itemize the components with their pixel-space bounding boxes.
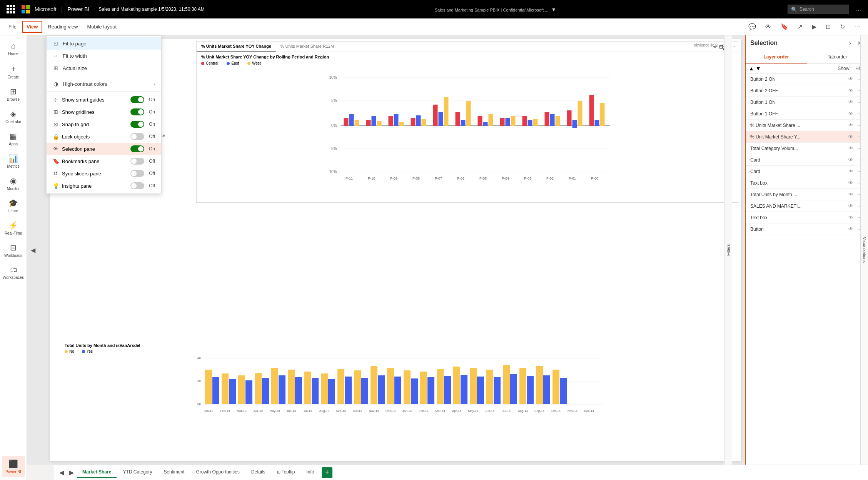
layer-visibility-btn[interactable]: 👁 xyxy=(847,180,855,186)
nav-workspaces[interactable]: 🗂 Workspaces xyxy=(2,262,25,283)
nav-workloads[interactable]: ⊟ Workloads xyxy=(2,240,25,261)
layer-visibility-btn[interactable]: 👁 xyxy=(847,76,855,82)
menu-item-fit-to-width[interactable]: ↔ Fit to width xyxy=(47,50,161,62)
layer-item[interactable]: Button 1 OFF 👁 ⋯ xyxy=(746,108,868,120)
lock-toggle[interactable] xyxy=(130,133,144,140)
layer-down-btn[interactable]: ▼ xyxy=(756,65,761,72)
menu-item-high-contrast[interactable]: ◑ High-contrast colors › xyxy=(47,78,161,90)
layer-item[interactable]: % Units Market Share ... 👁 ⋯ xyxy=(746,120,868,131)
smart-guides-toggle[interactable] xyxy=(130,96,144,103)
share-icon-btn[interactable]: ↗ xyxy=(795,22,806,32)
brand-name: Microsoft xyxy=(35,6,57,12)
chart-tab-r12m[interactable]: % Units Market Share R12M xyxy=(276,42,339,52)
layer-item[interactable]: SALES AND MARKETI... 👁 ⋯ xyxy=(746,200,868,212)
gridlines-toggle[interactable] xyxy=(130,108,144,115)
insights-toggle[interactable] xyxy=(130,182,144,189)
layer-item[interactable]: % Unit Market Share Y... 👁 ⋯ xyxy=(746,131,868,143)
layer-name: Text box xyxy=(750,180,845,186)
nav-learn[interactable]: 🎓 Learn xyxy=(2,195,25,216)
page-tab[interactable]: YTD Category xyxy=(117,467,157,478)
panel-expand-btn[interactable]: › xyxy=(848,39,853,47)
smart-guides-label: Show smart guides xyxy=(62,97,127,103)
add-page-btn[interactable]: + xyxy=(322,467,332,478)
layer-name: % Units Market Share ... xyxy=(750,123,845,128)
page-tab[interactable]: Info xyxy=(301,467,319,478)
filters-panel-strip[interactable]: Filters xyxy=(724,35,732,465)
layer-visibility-btn[interactable]: 👁 xyxy=(847,122,855,128)
nav-apps[interactable]: ▦ Apps xyxy=(2,128,25,149)
nav-onelake[interactable]: ◈ OneLake xyxy=(2,106,25,127)
page-next-btn[interactable]: ▶ xyxy=(67,467,76,478)
maximize-icon-btn[interactable]: ⊡ xyxy=(823,22,834,32)
layer-up-btn[interactable]: ▲ xyxy=(749,65,754,72)
layer-item[interactable]: Text box 👁 ⋯ xyxy=(746,212,868,223)
visualizations-strip[interactable]: Visualizations xyxy=(860,35,868,465)
present-icon-btn[interactable]: ▶ xyxy=(809,22,820,32)
layer-visibility-btn[interactable]: 👁 xyxy=(847,214,855,221)
layer-item[interactable]: Button 1 ON 👁 ⋯ xyxy=(746,97,868,108)
top-chart-title: % Unit Market Share YOY Change by Rollin… xyxy=(201,55,329,59)
layer-item[interactable]: Total Units by Month ... 👁 ⋯ xyxy=(746,189,868,200)
collapse-left-btn[interactable]: ◀ xyxy=(31,247,35,254)
svg-text:Feb-14: Feb-14 xyxy=(419,409,429,413)
view-menu-button[interactable]: View xyxy=(22,21,42,33)
refresh-icon-btn[interactable]: ↻ xyxy=(837,22,848,32)
app-grid-button[interactable] xyxy=(5,3,17,15)
file-info-dropdown[interactable]: ▾ xyxy=(550,4,558,15)
layer-visibility-btn[interactable]: 👁 xyxy=(847,145,855,152)
layer-visibility-btn[interactable]: 👁 xyxy=(847,87,855,94)
menu-item-fit-to-page[interactable]: ⊡ Fit to page xyxy=(47,37,161,50)
nav-monitor[interactable]: ◉ Monitor xyxy=(2,173,25,194)
layer-visibility-btn[interactable]: 👁 xyxy=(847,133,855,140)
comment-icon-btn[interactable]: 💬 xyxy=(745,22,759,32)
layer-visibility-btn[interactable]: 👁 xyxy=(847,203,855,209)
sync-toggle[interactable] xyxy=(130,170,144,177)
layer-visibility-btn[interactable]: 👁 xyxy=(847,157,855,163)
layer-item[interactable]: Card 👁 ⋯ xyxy=(746,154,868,166)
search-box[interactable]: 🔍 xyxy=(788,5,849,14)
tab-tab-order[interactable]: Tab order xyxy=(807,51,868,63)
page-prev-btn[interactable]: ◀ xyxy=(57,467,66,478)
layer-visibility-btn[interactable]: 👁 xyxy=(847,110,855,117)
bookmark-icon-btn[interactable]: 🔖 xyxy=(778,22,791,32)
layer-visibility-btn[interactable]: 👁 xyxy=(847,191,855,198)
nav-realtime[interactable]: ⚡ Real-Time xyxy=(2,218,25,238)
nav-browse[interactable]: ⊞ Browse xyxy=(2,84,25,105)
nav-powerbi[interactable]: ⬛ Power BI xyxy=(2,456,25,477)
nav-create[interactable]: ＋ Create xyxy=(2,60,25,82)
file-menu-button[interactable]: File xyxy=(5,22,20,32)
layer-item[interactable]: Text box 👁 ⋯ xyxy=(746,177,868,189)
nav-home[interactable]: ⌂ Home xyxy=(2,38,25,59)
layer-item[interactable]: Button 2 OFF 👁 ⋯ xyxy=(746,85,868,97)
insights-slider xyxy=(130,182,144,189)
nav-metrics[interactable]: 📊 Metrics xyxy=(2,151,25,172)
page-tab[interactable]: Growth Opportunities xyxy=(190,467,245,478)
menu-item-actual-size[interactable]: ⊞ Actual size xyxy=(47,62,161,74)
lock-slider xyxy=(130,133,144,140)
chart-tab-yoy[interactable]: % Units Market Share YOY Change xyxy=(197,42,276,52)
nav-powerbi-label: Power BI xyxy=(5,470,21,474)
search-input[interactable] xyxy=(800,7,846,12)
bookmarks-toggle[interactable] xyxy=(130,158,144,165)
page-tab[interactable]: Sentiment xyxy=(158,467,190,478)
topbar-more-options[interactable]: ... xyxy=(854,4,863,14)
tab-layer-order[interactable]: Layer order xyxy=(746,51,807,63)
layer-item[interactable]: Button 2 ON 👁 ⋯ xyxy=(746,73,868,85)
page-tab[interactable]: Details xyxy=(246,467,271,478)
show-label[interactable]: Show xyxy=(838,66,849,71)
page-tab[interactable]: ⊞ Tooltip xyxy=(272,467,300,478)
mobile-layout-button[interactable]: Mobile layout xyxy=(83,22,120,32)
layer-item[interactable]: Total Category Volum... 👁 ⋯ xyxy=(746,143,868,154)
layer-item[interactable]: Card 👁 ⋯ xyxy=(746,166,868,177)
svg-text:P-10: P-10 xyxy=(368,177,375,180)
page-tab[interactable]: Market Share xyxy=(77,467,117,478)
layer-item[interactable]: Button 👁 ⋯ xyxy=(746,223,868,235)
layer-visibility-btn[interactable]: 👁 xyxy=(847,99,855,105)
sensitivity-icon-btn[interactable]: 👁 xyxy=(762,22,775,32)
more-ribbon-btn[interactable]: ⋯ xyxy=(851,22,863,32)
layer-visibility-btn[interactable]: 👁 xyxy=(847,168,855,175)
reading-view-button[interactable]: Reading view xyxy=(44,22,82,32)
selection-pane-toggle[interactable] xyxy=(130,145,144,152)
snap-toggle[interactable] xyxy=(130,121,144,128)
layer-visibility-btn[interactable]: 👁 xyxy=(847,226,855,232)
